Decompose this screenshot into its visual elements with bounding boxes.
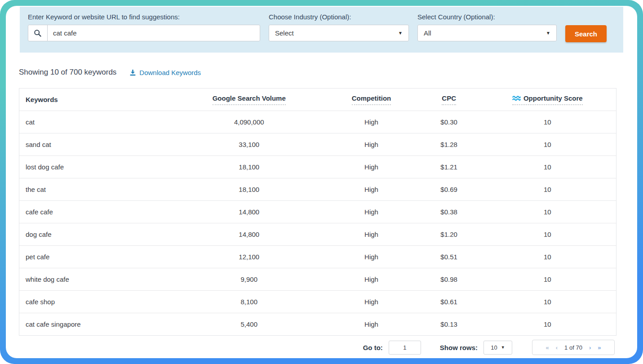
next-page-button[interactable]: ›: [589, 345, 591, 351]
table-row: white dog cafe 9,900 High $0.98 10: [19, 268, 616, 290]
volume-cell: 5,400: [174, 320, 324, 328]
volume-cell: 14,800: [174, 231, 324, 238]
industry-select[interactable]: Select ▼: [269, 25, 409, 41]
volume-cell: 12,100: [174, 253, 324, 261]
competition-cell: High: [324, 208, 419, 216]
keyword-cell: lost dog cafe: [19, 163, 174, 171]
wave-icon: [512, 95, 521, 101]
search-icon: [28, 25, 48, 41]
competition-cell: High: [324, 320, 419, 328]
keyword-cell: the cat: [19, 186, 174, 193]
goto-page-input[interactable]: [389, 341, 421, 355]
column-header-cpc[interactable]: CPC: [419, 94, 479, 105]
industry-selected-value: Select: [275, 29, 294, 37]
competition-cell: High: [324, 231, 419, 238]
table-row: lost dog cafe 18,100 High $1.21 10: [19, 155, 616, 178]
cpc-cell: $0.61: [419, 298, 479, 306]
main-card: Enter Keyword or website URL to find sug…: [6, 6, 637, 358]
download-label: Download Keywords: [139, 69, 201, 76]
competition-cell: High: [324, 163, 419, 171]
table-row: sand cat 33,100 High $1.28 10: [19, 133, 616, 155]
table-row: dog cafe 14,800 High $1.20 10: [19, 223, 616, 245]
score-cell: 10: [479, 163, 616, 171]
table-row: cat cafe singapore 5,400 High $0.13 10: [19, 313, 616, 335]
page-indicator: 1 of 70: [564, 344, 582, 351]
score-cell: 10: [479, 231, 616, 238]
country-field-group: Select Country (Optional): All ▼: [417, 13, 557, 41]
country-select[interactable]: All ▼: [417, 25, 557, 41]
keyword-label: Enter Keyword or website URL to find sug…: [28, 13, 260, 21]
goto-label: Go to:: [363, 344, 383, 351]
volume-cell: 33,100: [174, 141, 324, 148]
score-cell: 10: [479, 186, 616, 193]
column-header-opportunity-score[interactable]: Opportunity Score: [479, 94, 616, 105]
show-rows-label: Show rows:: [440, 344, 478, 351]
column-header-volume[interactable]: Google Search Volume: [174, 94, 324, 105]
keyword-input[interactable]: [48, 25, 260, 41]
score-cell: 10: [479, 298, 616, 306]
competition-cell: High: [324, 275, 419, 283]
cpc-cell: $1.20: [419, 231, 479, 238]
chevron-down-icon: ▼: [398, 31, 403, 36]
table-row: the cat 18,100 High $0.69 10: [19, 178, 616, 200]
first-page-button[interactable]: «: [546, 345, 549, 351]
competition-cell: High: [324, 253, 419, 261]
pagination-control: « ‹ 1 of 70 › »: [532, 340, 615, 355]
volume-cell: 8,100: [174, 298, 324, 306]
cpc-cell: $0.38: [419, 208, 479, 216]
industry-field-group: Choose Industry (Optional): Select ▼: [269, 13, 409, 41]
table-row: cafe shop 8,100 High $0.61 10: [19, 290, 616, 313]
page-frame: Enter Keyword or website URL to find sug…: [0, 0, 643, 364]
download-keywords-link[interactable]: Download Keywords: [129, 69, 201, 76]
chevron-down-icon: ▼: [501, 345, 505, 350]
keyword-cell: sand cat: [19, 141, 174, 148]
keyword-cell: cafe shop: [19, 298, 174, 306]
results-summary-row: Showing 10 of 700 keywords Download Keyw…: [19, 68, 616, 77]
keyword-cell: dog cafe: [19, 231, 174, 238]
volume-cell: 18,100: [174, 163, 324, 171]
competition-cell: High: [324, 141, 419, 148]
score-cell: 10: [479, 118, 616, 126]
volume-cell: 9,900: [174, 275, 324, 283]
industry-label: Choose Industry (Optional):: [269, 13, 409, 21]
cpc-cell: $1.28: [419, 141, 479, 148]
last-page-button[interactable]: »: [598, 345, 601, 351]
cpc-cell: $0.69: [419, 186, 479, 193]
keyword-cell: cat cafe singapore: [19, 320, 174, 328]
score-cell: 10: [479, 208, 616, 216]
column-header-keywords[interactable]: Keywords: [19, 96, 174, 103]
keywords-table: Keywords Google Search Volume Competitio…: [19, 88, 616, 336]
keyword-cell: cat: [19, 118, 174, 126]
download-icon: [129, 69, 136, 76]
show-rows-value: 10: [491, 344, 497, 351]
competition-cell: High: [324, 298, 419, 306]
filter-panel: Enter Keyword or website URL to find sug…: [20, 7, 623, 53]
score-cell: 10: [479, 275, 616, 283]
keyword-cell: cafe cafe: [19, 208, 174, 216]
keyword-cell: white dog cafe: [19, 275, 174, 283]
search-button[interactable]: Search: [565, 25, 607, 42]
table-body: cat 4,090,000 High $0.30 10 sand cat 33,…: [19, 111, 616, 335]
score-cell: 10: [479, 141, 616, 148]
score-cell: 10: [479, 320, 616, 328]
table-header-row: Keywords Google Search Volume Competitio…: [19, 89, 616, 111]
cpc-cell: $0.30: [419, 118, 479, 126]
volume-cell: 4,090,000: [174, 118, 324, 126]
show-rows-select[interactable]: 10 ▼: [483, 341, 512, 355]
keyword-cell: pet cafe: [19, 253, 174, 261]
chevron-down-icon: ▼: [546, 31, 550, 36]
volume-cell: 14,800: [174, 208, 324, 216]
volume-cell: 18,100: [174, 186, 324, 193]
table-row: pet cafe 12,100 High $0.51 10: [19, 245, 616, 268]
results-summary: Showing 10 of 700 keywords: [19, 68, 116, 77]
keyword-field-group: Enter Keyword or website URL to find sug…: [28, 13, 260, 41]
competition-cell: High: [324, 118, 419, 126]
cpc-cell: $1.21: [419, 163, 479, 171]
country-selected-value: All: [424, 29, 431, 37]
country-label: Select Country (Optional):: [417, 13, 557, 21]
competition-cell: High: [324, 186, 419, 193]
column-header-competition[interactable]: Competition: [324, 94, 419, 105]
prev-page-button[interactable]: ‹: [556, 345, 558, 351]
cpc-cell: $0.13: [419, 320, 479, 328]
cpc-cell: $0.51: [419, 253, 479, 261]
